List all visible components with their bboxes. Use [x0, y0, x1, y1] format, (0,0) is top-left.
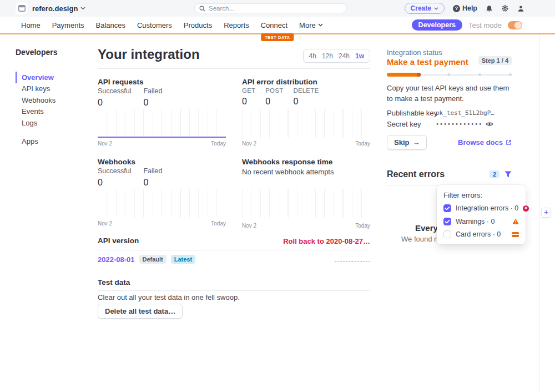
- filter-row-integration-errors[interactable]: Integration errors · 0 ✕: [443, 204, 519, 213]
- chart-title: Webhooks: [98, 158, 226, 166]
- skip-button[interactable]: Skip →: [387, 135, 427, 150]
- zoom-plus-button[interactable]: +: [541, 208, 551, 218]
- api-version-section: API version Roll back to 2020-08-27… 202…: [98, 237, 370, 245]
- check-icon: [445, 219, 450, 224]
- chevron-down-icon: [80, 7, 85, 10]
- check-icon: [445, 206, 450, 210]
- webhooks-response-time-chart: Webhooks response time No recent webhook…: [242, 158, 370, 166]
- section-divider: [98, 290, 370, 291]
- panel-description: Copy your test API keys and use them to …: [387, 83, 516, 104]
- section-divider: [98, 250, 370, 250]
- metric-failed: Failed 0: [143, 87, 162, 108]
- integration-errors-checkbox[interactable]: [443, 204, 451, 212]
- range-option-1w[interactable]: 1w: [355, 52, 364, 60]
- chart-plot-area: [98, 109, 226, 138]
- progress-milestone-dot: [447, 73, 450, 76]
- rollback-link[interactable]: Roll back to 2020-08-27…: [283, 237, 370, 245]
- nav-item-home[interactable]: Home: [21, 21, 41, 29]
- reveal-eye-icon[interactable]: [486, 120, 493, 128]
- nav-item-payments[interactable]: Payments: [52, 21, 84, 29]
- workspace-switcher[interactable]: refero.design: [32, 0, 85, 17]
- metric-delete: DELETE 0: [293, 87, 319, 107]
- dashed-placeholder-line: [335, 262, 370, 262]
- secret-key-row: Secret key ••••••••••••: [387, 120, 516, 128]
- chart-title: API error distribution: [242, 78, 370, 86]
- app-logo[interactable]: [16, 2, 28, 14]
- chart-title: Webhooks response time: [242, 158, 370, 166]
- user-profile-icon[interactable]: [517, 5, 524, 12]
- secret-key-value: ••••••••••••: [436, 121, 482, 127]
- range-option-24h[interactable]: 24h: [339, 52, 350, 60]
- chart-plot-area: [242, 109, 370, 138]
- panel-title: Make a test payment: [387, 57, 468, 67]
- sidebar-item-api-keys[interactable]: API keys: [16, 83, 88, 95]
- workspace-name: refero.design: [32, 4, 78, 13]
- metric-get: GET 0: [242, 87, 255, 107]
- recent-errors-title: Recent errors: [387, 169, 445, 179]
- browser-window-icon: [18, 5, 26, 12]
- delete-test-data-button[interactable]: Delete all test data…: [98, 304, 183, 319]
- sidebar-item-webhooks[interactable]: Webhooks: [16, 94, 88, 106]
- main-content: Your integration 4h 12h 24h 1w API reque…: [98, 0, 370, 392]
- default-badge: Default: [139, 255, 167, 264]
- chart-x-axis: Nov 2Today: [98, 140, 226, 147]
- filter-row-warnings[interactable]: Warnings · 0: [443, 217, 519, 225]
- onboarding-progress-bar: [387, 73, 512, 77]
- chart-x-axis: Nov 2Today: [242, 140, 370, 147]
- range-option-12h[interactable]: 12h: [322, 52, 333, 60]
- error-count-badge: 2: [490, 170, 500, 178]
- warning-triangle-icon: [512, 218, 519, 224]
- external-link-icon: [506, 139, 512, 145]
- page-title: Your integration: [98, 47, 200, 62]
- integration-status-panel: Integration status Make a test payment S…: [387, 0, 516, 392]
- recent-errors-header: Recent errors 2: [387, 169, 512, 179]
- x-circle-icon: ✕: [523, 205, 529, 212]
- range-option-4h[interactable]: 4h: [309, 52, 316, 60]
- sidebar-item-logs[interactable]: Logs: [16, 117, 88, 129]
- api-version-link[interactable]: 2022-08-01: [98, 255, 135, 264]
- step-badge: Step 1 / 4: [478, 56, 512, 65]
- arrow-right-icon: →: [412, 138, 420, 147]
- chart-x-axis: Nov 2Today: [98, 220, 226, 227]
- api-requests-chart: API requests Successful 0 Failed 0 Nov 2…: [98, 78, 226, 86]
- section-divider: [98, 68, 370, 69]
- sidebar-title: Developers: [16, 48, 88, 57]
- progress-milestone-dot: [478, 73, 481, 76]
- latest-badge: Latest: [171, 255, 195, 264]
- metric-successful: Successful 0: [98, 167, 131, 188]
- panel-eyebrow: Integration status: [387, 48, 442, 57]
- developers-sidebar: Developers Overview API keys Webhooks Ev…: [16, 48, 88, 147]
- chart-title: API requests: [98, 78, 226, 86]
- publishable-key-row: Publishable key pk_test_51L2bgP…: [387, 109, 516, 117]
- time-range-selector: 4h 12h 24h 1w: [303, 49, 370, 63]
- chart-plot-area: [242, 189, 370, 218]
- metric-successful: Successful 0: [98, 87, 131, 108]
- dropdown-title: Filter errors:: [443, 191, 519, 199]
- progress-fill: [387, 73, 421, 77]
- api-error-distribution-chart: API error distribution GET 0 POST 0 DELE…: [242, 78, 370, 86]
- metric-post: POST 0: [265, 87, 283, 107]
- metric-failed: Failed 0: [143, 167, 162, 188]
- browse-docs-link[interactable]: Browse docs: [458, 138, 512, 147]
- occluded-empty-state-body: We found no: [401, 235, 442, 243]
- secret-key-label: Secret key: [387, 120, 421, 128]
- filter-errors-dropdown: Filter errors: Integration errors · 0 ✕ …: [437, 185, 526, 244]
- chart-x-axis: Nov 2Today: [242, 223, 370, 229]
- progress-milestone-dot: [509, 73, 512, 76]
- sidebar-item-overview[interactable]: Overview: [16, 72, 88, 83]
- publishable-key-value[interactable]: pk_test_51L2bgP…: [436, 109, 495, 117]
- chart-plot-area: [98, 189, 226, 218]
- sidebar-item-events[interactable]: Events: [16, 106, 88, 118]
- card-errors-checkbox[interactable]: [443, 230, 451, 238]
- test-data-description: Clear out all your test data in one fell…: [98, 293, 240, 301]
- warnings-checkbox[interactable]: [443, 218, 451, 225]
- webhooks-chart: Webhooks Successful 0 Failed 0 Nov 2Toda…: [98, 158, 226, 166]
- filter-funnel-icon[interactable]: [504, 171, 512, 178]
- section-title: Test data: [98, 278, 370, 287]
- chart-empty-state: No recent webhook attempts: [242, 168, 334, 176]
- publishable-key-label: Publishable key: [387, 109, 437, 117]
- credit-card-icon: [512, 232, 519, 237]
- test-data-section: Test data Clear out all your test data i…: [98, 278, 370, 287]
- sidebar-item-apps[interactable]: Apps: [16, 136, 88, 148]
- filter-row-card-errors[interactable]: Card errors · 0: [443, 230, 519, 239]
